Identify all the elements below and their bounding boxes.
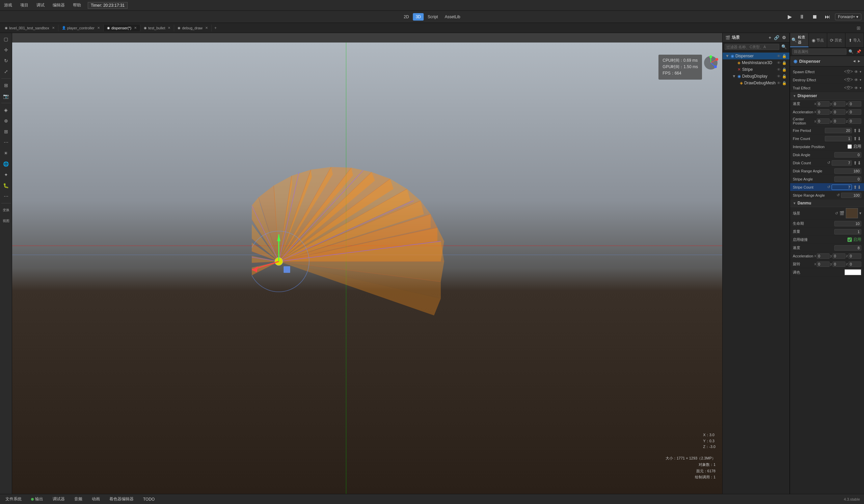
stripe-count-input[interactable] [832, 185, 852, 190]
tree-lock-drawmesh[interactable]: 🔒 [782, 81, 787, 85]
menu-help[interactable]: 帮助 [72, 2, 82, 9]
mode-2d[interactable]: 2D [401, 13, 411, 21]
status-todo[interactable]: TODO [142, 496, 156, 502]
status-debugger[interactable]: 调试器 [51, 495, 66, 503]
stop-btn[interactable]: ⏹ [809, 12, 820, 21]
status-filesystem[interactable]: 文件系统 [4, 495, 23, 503]
tree-eye-dispenser[interactable]: 👁 [777, 54, 781, 58]
tool-more2[interactable]: ⋯ [1, 192, 11, 201]
mode-script[interactable]: Script [425, 13, 441, 21]
scene-reset-btn[interactable]: ↺ [835, 211, 838, 216]
centerpos-y-input[interactable] [832, 119, 845, 124]
tool-grid[interactable]: ⊞ [1, 127, 11, 136]
stripe-range-angle-input[interactable] [841, 193, 861, 198]
play-btn[interactable]: ▶ [785, 12, 794, 21]
danmu-speed-input[interactable] [834, 245, 861, 251]
inspector-tab-import[interactable]: ⬆ 导入 [845, 33, 864, 47]
accel-x-input[interactable] [817, 109, 830, 115]
danmu-accel-x-input[interactable] [817, 253, 830, 259]
tool-sun[interactable]: ☀ [1, 148, 11, 158]
danmu-rot-z-input[interactable] [849, 261, 861, 267]
tree-item-meshinstance[interactable]: ◈ MeshInstance3D 👁 🔒 [723, 59, 789, 66]
tree-item-stripe[interactable]: ✕ Stripe 👁 🔒 [723, 66, 789, 73]
status-animation[interactable]: 动画 [91, 495, 101, 503]
tool-scale[interactable]: ⤢ [1, 67, 11, 76]
stripe-count-stepper[interactable]: ⬆⬇ [853, 185, 861, 190]
lifespan-input[interactable] [834, 221, 861, 226]
tab-level001[interactable]: ◉ level_001_test_sandbox ✕ [1, 25, 58, 32]
tool-local[interactable]: ◈ [1, 105, 11, 115]
fire-period-stepper[interactable]: ⬆⬇ [853, 128, 861, 133]
viewport[interactable]: 透视 [12, 33, 722, 494]
disk-count-stepper[interactable]: ⬆⬇ [853, 160, 861, 165]
add-node-btn[interactable]: + [768, 34, 772, 41]
danmu-accel-y-input[interactable] [832, 253, 845, 259]
tree-eye-mesh[interactable]: 👁 [777, 61, 781, 65]
interpolate-checkbox[interactable] [848, 144, 852, 149]
fire-count-stepper[interactable]: ⬆⬇ [853, 136, 861, 142]
menu-project[interactable]: 项目 [19, 2, 30, 9]
stripe-range-angle-reset[interactable]: ↺ [837, 193, 840, 197]
tree-eye-drawmesh[interactable]: 👁 [777, 81, 781, 85]
spawn-effect-arrow[interactable]: ▾ [860, 70, 861, 74]
node-history-btn[interactable]: ◂ [853, 58, 856, 64]
tab-debugdraw[interactable]: ◉ debug_draw ✕ [174, 25, 212, 32]
menu-debug[interactable]: 调试 [35, 2, 46, 9]
danmu-rot-y-input[interactable] [832, 261, 845, 267]
menu-game[interactable]: 游戏 [3, 2, 13, 9]
step-btn[interactable]: ⏭ [822, 12, 833, 21]
tree-lock-mesh[interactable]: 🔒 [782, 61, 787, 65]
tool-transform[interactable]: 变换 [1, 206, 11, 215]
axis-gizmo[interactable] [703, 55, 719, 71]
dispenser-section-header[interactable]: ▼ Dispenser [790, 92, 864, 100]
scene-settings-btn[interactable]: ⚙ [781, 34, 787, 41]
status-audio[interactable]: 音频 [73, 495, 84, 503]
accel-z-input[interactable] [849, 109, 861, 115]
tool-move[interactable]: ✛ [1, 45, 11, 55]
disk-range-angle-input[interactable] [834, 168, 861, 174]
tree-lock-dispenser[interactable]: 🔒 [782, 54, 787, 58]
tab-dispenser[interactable]: ◉ dispenser(*) ✕ [104, 25, 141, 32]
status-shadereditor[interactable]: 着色器编辑器 [108, 495, 135, 503]
tool-pivot[interactable]: ⊕ [1, 116, 11, 125]
renderer-select[interactable]: Forward+ ▾ [835, 13, 861, 20]
tree-item-dispenser[interactable]: ▼ ◉ Dispenser 👁 🔒 [723, 53, 789, 59]
tool-rotate[interactable]: ↻ [1, 56, 11, 65]
danmu-color-swatch[interactable] [844, 269, 861, 275]
scene-filter-input[interactable] [724, 44, 779, 50]
tool-snap[interactable]: ⊞ [1, 81, 11, 90]
fire-count-input[interactable] [825, 136, 852, 142]
disk-count-input[interactable] [832, 160, 852, 165]
tool-debug[interactable]: 🐛 [1, 181, 11, 190]
tree-lock-stripe[interactable]: 🔒 [782, 67, 787, 72]
spawn-effect-eye[interactable]: 👁 [854, 70, 858, 74]
tree-eye-stripe[interactable]: 👁 [777, 67, 781, 72]
danmu-section-header[interactable]: ▼ Danmu [790, 199, 864, 207]
mode-3d[interactable]: 3D [413, 13, 423, 21]
link-node-btn[interactable]: 🔗 [773, 34, 780, 41]
destroy-effect-arrow[interactable]: ▾ [860, 78, 861, 82]
tab-testbullet[interactable]: ◉ test_bullet ✕ [141, 25, 174, 32]
tree-item-drawdebugmesh[interactable]: ◈ DrawDebugMesh 👁 🔒 [723, 79, 789, 86]
accel-y-input[interactable] [832, 109, 845, 115]
scene-dropdown-btn[interactable]: ▾ [859, 211, 861, 216]
tree-lock-debug[interactable]: 🔒 [782, 74, 787, 78]
pause-btn[interactable]: ⏸ [796, 12, 807, 21]
scene-filter-icon[interactable]: 🔍 [781, 44, 788, 50]
mode-assetlib[interactable]: AssetLib [442, 13, 463, 21]
tree-eye-debug[interactable]: 👁 [777, 74, 781, 78]
trail-effect-eye[interactable]: 👁 [854, 86, 858, 90]
tool-view[interactable]: 视图 [1, 216, 11, 226]
inspector-tab-history[interactable]: ⟳ 历史 [827, 33, 846, 47]
tool-camera[interactable]: 📷 [1, 91, 11, 101]
status-output[interactable]: 输出 [30, 495, 45, 503]
menu-editor[interactable]: 编辑器 [51, 2, 66, 9]
tab-playercontroller[interactable]: 👤 player_controller ✕ [58, 25, 104, 32]
tree-item-debugdisplay[interactable]: ▼ ◉ DebugDisplay 👁 🔒 [723, 73, 789, 79]
scene-resource-thumb[interactable] [846, 208, 858, 218]
fire-period-input[interactable] [825, 128, 852, 133]
tool-more1[interactable]: ⋯ [1, 138, 11, 147]
tool-select[interactable]: ▢ [1, 34, 11, 44]
centerpos-x-input[interactable] [817, 119, 830, 124]
tool-env[interactable]: 🌐 [1, 159, 11, 169]
